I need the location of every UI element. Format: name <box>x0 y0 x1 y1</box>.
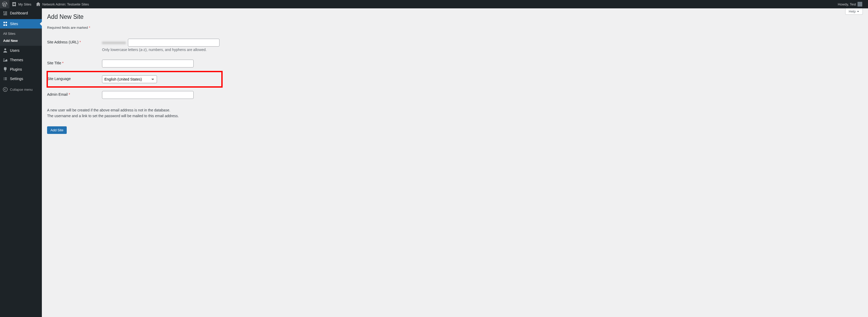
sites-icon <box>3 21 8 26</box>
required-asterisk: * <box>62 61 64 65</box>
settings-icon <box>3 76 8 81</box>
site-language-select[interactable]: English (United States) <box>102 75 157 83</box>
avatar <box>858 2 862 6</box>
label-site-language: Site Language <box>47 76 71 81</box>
howdy-label: Howdy, Test <box>838 2 856 6</box>
label-text: Site Address (URL) <box>47 40 80 44</box>
adminbar-right: Howdy, Test <box>836 2 866 6</box>
page-title: Add New Site <box>47 11 863 22</box>
required-asterisk: * <box>89 26 90 30</box>
account-link[interactable]: Howdy, Test <box>836 2 864 6</box>
sidebar-label: Users <box>10 49 20 53</box>
label-admin-email: Admin Email * <box>47 92 70 96</box>
sidebar-menu: Dashboard Sites All Sites Add New Users … <box>0 8 42 94</box>
my-sites-link[interactable]: My Sites <box>9 0 33 8</box>
users-icon <box>3 48 8 53</box>
network-admin-label: Network Admin: Testseite Sites <box>42 2 89 6</box>
site-title-input[interactable] <box>102 60 194 67</box>
svg-point-0 <box>3 87 7 92</box>
label-text: Site Title <box>47 61 62 65</box>
home-icon <box>36 2 41 7</box>
admin-email-help: A new user will be created if the above … <box>47 108 863 118</box>
sidebar-item-themes[interactable]: Themes <box>0 55 42 65</box>
collapse-label: Collapse menu <box>10 88 33 92</box>
sidebar-item-sites[interactable]: Sites <box>0 19 42 29</box>
themes-icon <box>3 57 8 63</box>
help-line2: The username and a link to set the passw… <box>47 114 863 118</box>
admin-toolbar: My Sites Network Admin: Testseite Sites … <box>0 0 868 8</box>
help-toggle[interactable]: Help <box>845 8 863 14</box>
row-site-language: Site Language English (United States) <box>47 71 222 87</box>
network-admin-link[interactable]: Network Admin: Testseite Sites <box>33 0 91 8</box>
sidebar-submenu-sites: All Sites Add New <box>0 29 42 46</box>
my-sites-label: My Sites <box>18 2 31 6</box>
multisite-icon <box>11 2 17 7</box>
main-content: Help Add New Site Required fields are ma… <box>42 0 868 317</box>
help-line1: A new user will be created if the above … <box>47 108 863 112</box>
sidebar-label: Plugins <box>10 67 22 71</box>
label-text: Admin Email <box>47 92 68 96</box>
dashboard-icon <box>3 10 8 16</box>
help-label: Help <box>849 9 856 13</box>
sidebar-item-plugins[interactable]: Plugins <box>0 65 42 74</box>
site-address-prefix: xxxxxxxxxxxxx <box>102 40 127 45</box>
plugins-icon <box>3 67 8 72</box>
add-site-button[interactable]: Add Site <box>47 126 67 134</box>
sidebar-item-settings[interactable]: Settings <box>0 74 42 84</box>
required-asterisk: * <box>80 40 81 44</box>
wordpress-icon <box>2 2 7 7</box>
sidebar-sub-add-new[interactable]: Add New <box>0 37 42 44</box>
admin-sidebar: Dashboard Sites All Sites Add New Users … <box>0 8 42 317</box>
row-site-address: Site Address (URL) * xxxxxxxxxxxxx Only … <box>47 35 222 56</box>
required-note: Required fields are marked * <box>47 26 863 30</box>
sidebar-label: Sites <box>10 22 18 26</box>
admin-email-input[interactable] <box>102 91 194 99</box>
required-asterisk: * <box>68 92 70 96</box>
site-address-hint: Only lowercase letters (a-z), numbers, a… <box>102 47 219 52</box>
row-site-title: Site Title * <box>47 56 222 71</box>
required-note-text: Required fields are marked <box>47 26 89 30</box>
site-address-input[interactable] <box>128 39 219 46</box>
form-table: Site Address (URL) * xxxxxxxxxxxxx Only … <box>47 35 222 103</box>
sidebar-item-dashboard[interactable]: Dashboard <box>0 8 42 18</box>
sidebar-item-users[interactable]: Users <box>0 46 42 55</box>
sidebar-label: Themes <box>10 58 23 62</box>
label-site-address: Site Address (URL) * <box>47 40 81 44</box>
sidebar-sub-all-sites[interactable]: All Sites <box>0 30 42 37</box>
row-admin-email: Admin Email * <box>47 87 222 103</box>
collapse-icon <box>3 87 8 92</box>
sidebar-label: Settings <box>10 76 23 81</box>
wp-logo[interactable] <box>0 0 9 8</box>
page-wrap: Add New Site Required fields are marked … <box>42 8 868 139</box>
contextual-help: Help <box>845 8 863 14</box>
chevron-down-icon <box>857 10 859 13</box>
label-site-title: Site Title * <box>47 61 64 65</box>
sidebar-label: Dashboard <box>10 11 28 15</box>
adminbar-left: My Sites Network Admin: Testseite Sites <box>0 0 91 8</box>
collapse-menu[interactable]: Collapse menu <box>0 85 42 94</box>
